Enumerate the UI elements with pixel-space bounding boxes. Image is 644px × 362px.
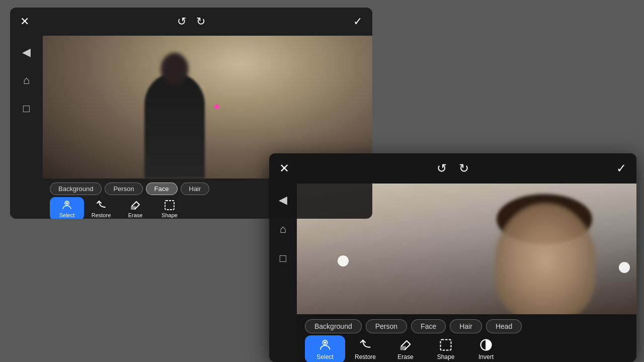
panel2-tab-head[interactable]: Head bbox=[486, 319, 522, 333]
panel1-close-button[interactable]: ✕ bbox=[20, 16, 29, 27]
panel1-sidebar: ◀ ⌂ □ bbox=[10, 36, 43, 219]
panel1-tab-background[interactable]: Background bbox=[50, 183, 102, 195]
panel1-restore-icon bbox=[95, 199, 107, 211]
panel1-shape-icon bbox=[164, 199, 176, 211]
panel1-home-icon[interactable]: ⌂ bbox=[23, 74, 30, 87]
panel1-pink-dot bbox=[214, 104, 219, 109]
panel1-topbar: ✕ ↺ ↻ ✓ bbox=[10, 8, 372, 36]
svg-rect-3 bbox=[165, 201, 174, 210]
panel2-close-button[interactable]: ✕ bbox=[279, 162, 289, 174]
panel2-erase-label: Erase bbox=[397, 353, 413, 360]
panel1-tab-person[interactable]: Person bbox=[105, 183, 142, 195]
panel1-person-silhouette bbox=[144, 73, 205, 178]
panel2-tool-shape[interactable]: Shape bbox=[426, 335, 466, 362]
panel2-restore-icon bbox=[358, 338, 372, 352]
panel1-tool-shape[interactable]: Shape bbox=[152, 197, 187, 219]
panel2-tool-bar: Select Restore Erase bbox=[297, 335, 636, 362]
panel1-undo-button[interactable]: ↺ bbox=[177, 16, 186, 27]
panel1-redo-button[interactable]: ↻ bbox=[196, 16, 205, 27]
panel1-tool-bar: Select Restore Erase bbox=[43, 197, 372, 219]
svg-point-1 bbox=[66, 202, 68, 204]
panel1-restore-label: Restore bbox=[92, 212, 111, 218]
panel2-bottom-toolbar: Background Person Face Hair Head Select bbox=[297, 314, 636, 362]
panel2-topbar: ✕ ↺ ↻ ✓ bbox=[269, 153, 636, 184]
panel1-history-icons: ↺ ↻ bbox=[177, 16, 205, 27]
panel2-select-icon bbox=[318, 338, 332, 352]
panel1-select-icon bbox=[61, 199, 73, 211]
panel2-tab-hair[interactable]: Hair bbox=[450, 319, 482, 333]
svg-point-5 bbox=[324, 341, 327, 344]
panel2-shape-label: Shape bbox=[437, 353, 455, 360]
panel1-back-icon[interactable]: ◀ bbox=[22, 46, 31, 59]
panel1-erase-icon bbox=[129, 199, 141, 211]
panel1-tab-face[interactable]: Face bbox=[146, 183, 178, 195]
panel2-history-icons: ↺ ↻ bbox=[437, 162, 469, 174]
panel2-shape-icon bbox=[439, 338, 453, 352]
panel2-invert-icon bbox=[479, 338, 493, 352]
panel2-sidebar: ◀ ⌂ □ bbox=[269, 184, 297, 362]
panel2-restore-label: Restore bbox=[355, 353, 376, 360]
panel1-select-label: Select bbox=[59, 212, 75, 218]
panel1-tool-select[interactable]: Select bbox=[50, 197, 84, 219]
panel1-erase-label: Erase bbox=[128, 212, 143, 218]
panel2-tool-select[interactable]: Select bbox=[305, 335, 345, 362]
panel1-square-icon[interactable]: □ bbox=[23, 102, 30, 115]
panel2-face-area bbox=[495, 203, 596, 314]
panel1: ✕ ↺ ↻ ✓ ◀ ⌂ □ Background Person Face Hai… bbox=[10, 8, 372, 219]
panel2-back-icon[interactable]: ◀ bbox=[279, 194, 287, 207]
panel2-tab-person[interactable]: Person bbox=[366, 319, 407, 333]
panel2-tool-erase[interactable]: Erase bbox=[385, 335, 426, 362]
panel2-home-icon[interactable]: ⌂ bbox=[280, 223, 286, 236]
panel1-shape-label: Shape bbox=[162, 212, 178, 218]
panel2-confirm-button[interactable]: ✓ bbox=[616, 162, 626, 174]
panel2-tool-invert[interactable]: Invert bbox=[466, 335, 506, 362]
panel2-handle-left[interactable] bbox=[338, 255, 349, 266]
panel2-invert-label: Invert bbox=[478, 353, 494, 360]
panel2-tab-face[interactable]: Face bbox=[411, 319, 446, 333]
panel2-tool-restore[interactable]: Restore bbox=[345, 335, 385, 362]
panel1-tab-hair[interactable]: Hair bbox=[181, 183, 210, 195]
panel1-tool-restore[interactable]: Restore bbox=[84, 197, 118, 219]
panel2-select-label: Select bbox=[316, 353, 333, 360]
svg-rect-7 bbox=[441, 340, 451, 350]
panel1-tool-erase[interactable]: Erase bbox=[118, 197, 152, 219]
panel1-bottom-toolbar: Background Person Face Hair Select bbox=[43, 178, 372, 219]
panel2-tab-background[interactable]: Background bbox=[305, 319, 362, 333]
panel2-redo-button[interactable]: ↻ bbox=[459, 162, 469, 174]
panel1-confirm-button[interactable]: ✓ bbox=[353, 16, 362, 27]
panel2-undo-button[interactable]: ↺ bbox=[437, 162, 447, 174]
panel2-handle-right[interactable] bbox=[619, 262, 630, 273]
panel2-erase-icon bbox=[398, 338, 413, 352]
panel2-tab-bar: Background Person Face Hair Head bbox=[297, 314, 636, 335]
panel2-square-icon[interactable]: □ bbox=[280, 252, 286, 265]
